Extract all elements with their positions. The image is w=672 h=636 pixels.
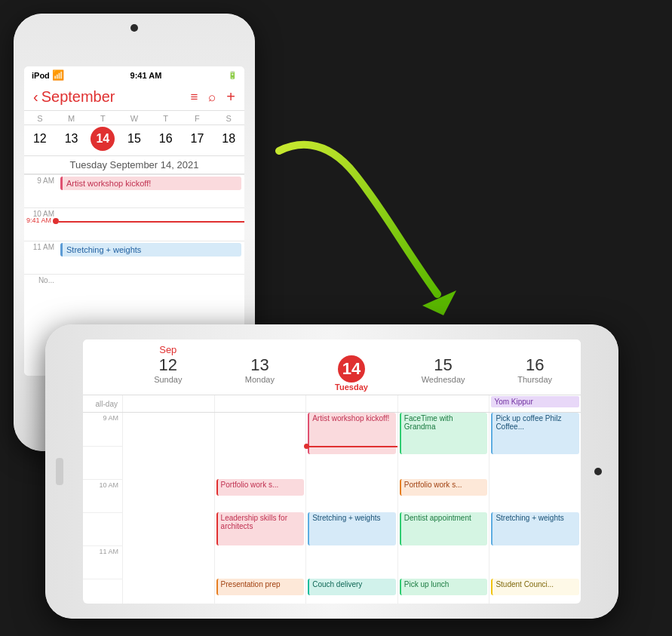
event-student-council[interactable]: Student Counci... [491,579,579,595]
month-title: September [41,88,115,106]
event-dentist[interactable]: Dentist appointment [400,512,488,545]
time-label-9am: 9 AM [24,175,59,185]
data-col-wednesday: FaceTime with Grandma Portfolio work s..… [397,413,489,604]
date-15[interactable]: 15 [122,127,146,151]
time-label-11am: 11 AM [24,241,59,251]
add-icon[interactable]: + [226,88,235,106]
month-navigation[interactable]: ‹ September [33,88,115,106]
event-portfolio-wed[interactable]: Portfolio work s... [400,479,488,496]
col-day-wednesday: Wednesday [397,375,489,384]
svg-marker-0 [422,290,456,315]
day-f: F [182,114,213,123]
event-artist-workshop-h[interactable]: Artist workshop kickoff! [308,413,396,454]
allday-cell-3 [305,395,397,412]
tl-9am: 9 AM [83,413,122,446]
col-month-sep: Sep [122,344,214,355]
col-date-12: 12 [122,355,214,375]
event-stretching-thu[interactable]: Stretching + weights [491,512,579,545]
selected-date-label: Tuesday September 14, 2021 [24,156,244,174]
col-date-13: 13 [214,355,306,375]
current-time-line-h [306,446,397,447]
list-icon[interactable]: ≡ [190,90,198,105]
camera [130,24,138,32]
tl-empty3 [83,579,122,604]
time-row-10am: 10 AM [24,207,244,241]
header-col-15[interactable]: - 15 Wednesday [397,344,489,392]
time-content-9am: Artist workshop kickoff! [59,175,244,192]
header-col-16[interactable]: - 16 Thursday [489,344,581,392]
event-stretching-tue[interactable]: Stretching + weights [308,512,396,545]
date-12[interactable]: 12 [28,127,52,151]
camera-right [594,468,602,475]
weekday-labels: S M T W T F S [24,111,244,125]
day-s1: S [24,114,56,123]
col-day-sunday: Sunday [122,375,214,384]
time-row-9am: 9 AM Artist workshop kickoff! [24,174,244,207]
header-col-14[interactable]: - 14 Tuesday [305,344,397,392]
time-content-11am: Stretching + weights [59,241,244,258]
time-labels-column: 9 AM 10 AM 11 AM Noon 1 PM [83,413,122,604]
event-portfolio-mon[interactable]: Portfolio work s... [216,479,305,496]
side-button[interactable] [56,458,63,485]
status-bar: iPod 📶 9:41 AM 🔋 [24,66,244,84]
tl-empty1 [83,446,122,479]
calendar-header: ‹ September ≡ ⌕ + [24,84,244,111]
data-col-monday: Portfolio work s... Leadership skills fo… [214,413,306,604]
header-col-sep12[interactable]: Sep 12 Sunday [122,344,214,392]
header-col-empty [83,344,122,392]
col-date-15: 15 [397,355,489,375]
current-time-line [59,221,244,223]
event-leadership[interactable]: Leadership skills for architects [216,512,305,545]
day-t1: T [87,114,118,123]
day-m: M [56,114,87,123]
col-day-thursday: Thursday [489,375,581,384]
date-13[interactable]: 13 [60,127,84,151]
day-w: W [118,114,150,123]
date-16[interactable]: 16 [154,127,178,151]
tl-11am: 11 AM [83,545,122,579]
col-day-monday: Monday [214,375,306,384]
allday-label: all-day [83,400,122,408]
status-time: 9:41 AM [130,71,162,80]
current-time-label: 9:41 AM [24,217,51,224]
current-time-dot [53,218,59,224]
week-header-horizontal: Sep 12 Sunday - 13 Monday - 14 Tuesday [83,340,581,395]
date-14-today[interactable]: 14 [91,127,115,151]
weekdate-numbers: 12 13 14 15 16 17 18 [24,125,244,156]
allday-cell-2 [214,395,306,412]
allday-cell-4 [397,395,489,412]
event-yom-kippur[interactable]: Yom Kippur [491,396,579,407]
header-col-13[interactable]: - 13 Monday [214,344,306,392]
arrow-graphic [264,128,490,340]
data-col-sunday [122,413,214,604]
event-facetime[interactable]: FaceTime with Grandma [400,413,488,454]
battery-icon: 🔋 [228,71,237,79]
chevron-left-icon[interactable]: ‹ [33,88,38,106]
event-pickup-lunch[interactable]: Pick up lunch [400,579,488,595]
toolbar-icons: ≡ ⌕ + [190,88,235,106]
day-s2: S [213,114,244,123]
event-couch-delivery[interactable]: Couch delivery [308,579,396,595]
time-row-11am: 11 AM Stretching + weights [24,241,244,274]
search-icon[interactable]: ⌕ [208,90,216,105]
col-date-16: 16 [489,355,581,375]
day-t2: T [150,114,182,123]
allday-row: all-day Yom Kippur [83,395,581,413]
col-day-tuesday: Tuesday [305,383,397,392]
tl-10am: 10 AM [83,479,122,512]
time-row-noon: No... [24,274,244,307]
date-18[interactable]: 18 [216,127,241,151]
event-artist-workshop[interactable]: Artist workshop kickoff! [60,177,241,190]
horizontal-ipod: Sep 12 Sunday - 13 Monday - 14 Tuesday [45,324,618,619]
horizontal-screen: Sep 12 Sunday - 13 Monday - 14 Tuesday [83,340,581,604]
allday-cell-1 [122,395,214,412]
date-17[interactable]: 17 [185,127,209,151]
event-stretching[interactable]: Stretching + weights [60,243,241,257]
data-col-tuesday: Artist workshop kickoff! Stretching + we… [305,413,397,604]
time-grid-horizontal: 9 AM 10 AM 11 AM Noon 1 PM Port [83,413,581,604]
event-presentation-prep[interactable]: Presentation prep [216,579,305,595]
carrier-label: iPod 📶 [32,69,64,81]
data-col-thursday: Pick up coffee Philz Coffee... Stretchin… [489,413,581,604]
time-label-noon: No... [24,275,59,284]
event-pickup-coffee[interactable]: Pick up coffee Philz Coffee... [491,413,579,454]
